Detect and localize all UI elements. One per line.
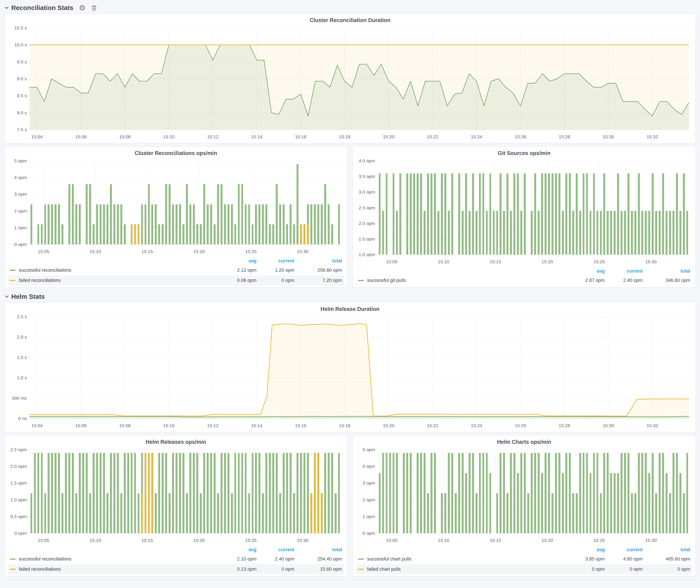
svg-text:15:30: 15:30	[645, 259, 657, 264]
svg-text:15:15: 15:15	[142, 538, 153, 543]
svg-text:0 opm: 0 opm	[14, 531, 27, 536]
svg-text:15:22: 15:22	[427, 134, 438, 139]
legend-helm-charts: avgcurrenttotalsuccessful chart pulls3.8…	[356, 545, 692, 574]
chevron-down-icon	[4, 5, 9, 10]
svg-text:5 opm: 5 opm	[14, 158, 27, 163]
panel-title[interactable]: Git Sources ops/min	[356, 149, 692, 157]
legend-series-label: successful reconciliations	[19, 556, 71, 562]
legend-col-total[interactable]: total	[294, 258, 342, 264]
svg-text:15:05: 15:05	[386, 259, 398, 264]
svg-text:15:20: 15:20	[383, 423, 394, 428]
svg-text:15:14: 15:14	[251, 423, 263, 428]
legend-header: avgcurrenttotal	[356, 545, 692, 554]
svg-text:15:15: 15:15	[490, 538, 501, 543]
svg-text:7.5 s: 7.5 s	[17, 127, 27, 132]
legend-stat: 2.40 opm	[256, 556, 294, 562]
svg-text:500 ms: 500 ms	[12, 396, 27, 401]
legend-row: failed chart pulls0 opm0 opm0 opm	[356, 564, 692, 574]
section-header-helm-stats[interactable]: Helm Stats	[4, 291, 696, 302]
svg-text:1 opm: 1 opm	[14, 225, 27, 230]
legend-col-current[interactable]: current	[256, 547, 294, 552]
svg-text:1.0 opm: 1.0 opm	[359, 252, 375, 257]
legend-col-total[interactable]: total	[643, 268, 690, 274]
svg-text:15:06: 15:06	[75, 423, 87, 428]
gear-icon[interactable]: ⚙	[79, 4, 85, 11]
svg-text:1 opm: 1 opm	[363, 514, 375, 519]
legend-col-avg[interactable]: avg	[564, 547, 605, 552]
legend-stat: 254.40 opm	[294, 556, 342, 562]
svg-text:15:20: 15:20	[193, 538, 205, 543]
svg-text:1.5 opm: 1.5 opm	[359, 236, 375, 241]
svg-text:1.0 s: 1.0 s	[17, 375, 27, 380]
svg-text:15:30: 15:30	[645, 538, 657, 543]
legend-col-total[interactable]: total	[643, 547, 690, 552]
legend-col-current[interactable]: current	[605, 268, 643, 274]
legend-stat: 2.10 opm	[215, 556, 256, 562]
svg-text:3 opm: 3 opm	[363, 480, 375, 485]
svg-text:0 opm: 0 opm	[363, 531, 375, 536]
svg-text:2.0 opm: 2.0 opm	[359, 221, 375, 226]
legend-header: avgcurrenttotal	[8, 545, 344, 554]
legend-series-toggle[interactable]: successful chart pulls	[358, 556, 564, 562]
svg-text:15:28: 15:28	[559, 423, 570, 428]
svg-text:10.0 s: 10.0 s	[15, 42, 27, 47]
svg-text:15:30: 15:30	[297, 249, 308, 254]
legend-col-avg[interactable]: avg	[215, 258, 256, 264]
legend-stat: 0.13 opm	[215, 567, 256, 572]
legend-series-toggle[interactable]: successful git pulls	[358, 278, 564, 283]
legend-stat: 4.80 opm	[605, 556, 643, 562]
legend-series-toggle[interactable]: successful reconciliations	[10, 556, 215, 562]
trash-icon[interactable]	[91, 5, 97, 11]
helm-release-duration-chart[interactable]: 0 ns500 ms1.0 s1.5 s2.0 s2.5 s15:0415:06…	[8, 313, 692, 430]
legend-series-toggle[interactable]: failed chart pulls	[358, 567, 564, 572]
svg-text:15:10: 15:10	[163, 423, 175, 428]
svg-text:2 opm: 2 opm	[14, 208, 27, 213]
svg-text:15:08: 15:08	[119, 134, 131, 139]
panel-helm-releases-opm: Helm Releases ops/min 0 opm0.5 opm1.0 op…	[4, 435, 347, 576]
helm-releases-chart[interactable]: 0 opm0.5 opm1.0 opm1.5 opm2.0 opm2.5 opm…	[8, 446, 344, 545]
svg-text:15:18: 15:18	[339, 423, 350, 428]
legend-col-total[interactable]: total	[294, 547, 342, 552]
legend-series-toggle[interactable]: failed reconciliations	[10, 278, 215, 283]
git-sources-chart[interactable]: 1.0 opm1.5 opm2.0 opm2.5 opm3.0 opm3.5 o…	[356, 157, 692, 266]
legend-stat: 346.80 opm	[643, 278, 690, 283]
panel-title[interactable]: Helm Charts ops/min	[356, 438, 692, 446]
cluster-reconciliations-chart[interactable]: 0 opm1 opm2 opm3 opm4 opm5 opm15:0515:10…	[8, 157, 344, 256]
legend-stat: 0 opm	[643, 567, 690, 572]
svg-text:15:05: 15:05	[386, 538, 398, 543]
panel-title[interactable]: Cluster Reconciliations ops/min	[8, 149, 344, 157]
panel-git-sources-opm: Git Sources ops/min 1.0 opm1.5 opm2.0 op…	[353, 146, 696, 288]
legend-series-label: failed chart pulls	[367, 567, 401, 572]
svg-text:15:10: 15:10	[438, 259, 449, 264]
legend-series-toggle[interactable]: failed reconciliations	[10, 567, 215, 572]
legend-stat: 2.40 opm	[605, 278, 643, 283]
helm-charts-chart[interactable]: 0 opm1 opm2 opm3 opm4 opm5 opm15:0515:10…	[356, 446, 692, 545]
legend-stat: 1.20 opm	[256, 268, 294, 273]
legend-row: successful chart pulls3.85 opm4.80 opm46…	[356, 554, 692, 564]
svg-text:15:32: 15:32	[647, 134, 658, 139]
svg-text:1.5 s: 1.5 s	[17, 355, 27, 360]
cluster-reconciliation-duration-chart[interactable]: 7.5 s8.0 s8.5 s9.0 s9.5 s10.0 s10.5 s15:…	[8, 24, 692, 141]
series-color-dash-icon	[358, 559, 364, 560]
svg-text:15:10: 15:10	[163, 134, 175, 139]
legend-series-toggle[interactable]: successful reconciliations	[10, 268, 215, 273]
legend-col-current[interactable]: current	[256, 258, 294, 264]
section-header-reconciliation-stats[interactable]: Reconciliation Stats ⚙	[4, 2, 696, 13]
svg-text:15:18: 15:18	[339, 134, 350, 139]
dashboard: Reconciliation Stats ⚙ Cluster Reconcili…	[0, 0, 700, 588]
legend-col-avg[interactable]: avg	[215, 547, 256, 552]
legend-col-avg[interactable]: avg	[564, 268, 605, 274]
svg-text:15:25: 15:25	[594, 538, 605, 543]
panel-title[interactable]: Helm Release Duration	[8, 305, 692, 313]
panel-helm-charts-opm: Helm Charts ops/min 0 opm1 opm2 opm3 opm…	[353, 435, 696, 576]
panel-cluster-reconciliations-opm: Cluster Reconciliations ops/min 0 opm1 o…	[4, 146, 347, 288]
svg-text:8.5 s: 8.5 s	[17, 93, 27, 98]
svg-text:2.0 s: 2.0 s	[17, 334, 27, 339]
panel-title[interactable]: Cluster Reconciliation Duration	[8, 16, 692, 24]
panel-title[interactable]: Helm Releases ops/min	[8, 438, 344, 446]
svg-text:4 opm: 4 opm	[14, 175, 27, 180]
legend-stat: 465.60 opm	[643, 556, 690, 562]
legend-col-current[interactable]: current	[605, 547, 643, 552]
legend-series-label: successful git pulls	[367, 278, 406, 283]
svg-text:3.5 opm: 3.5 opm	[359, 174, 375, 179]
